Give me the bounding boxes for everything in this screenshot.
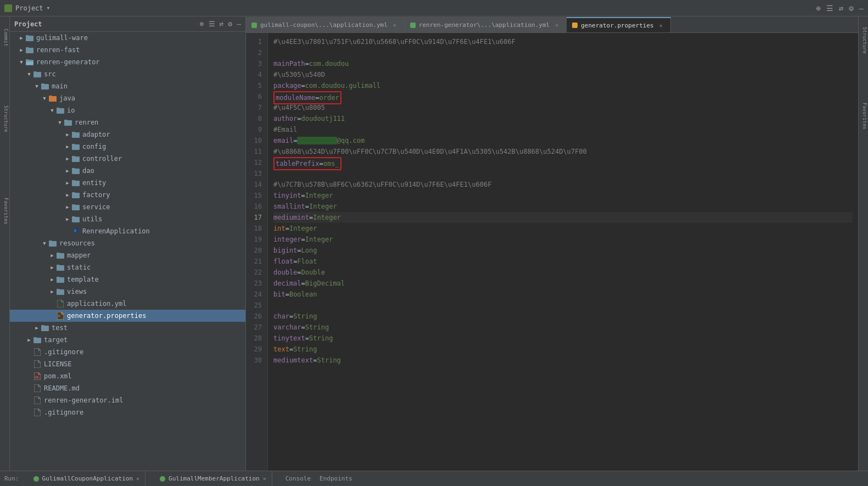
structure-button[interactable]: Structure [1, 102, 9, 135]
tree-arrow-dao[interactable]: ▶ [64, 165, 71, 177]
tree-arrow-RenrenApplication[interactable] [64, 225, 71, 237]
tree-item-factory[interactable]: ▶factory [10, 189, 245, 201]
tree-arrow-generator.properties[interactable] [48, 310, 56, 322]
tree-item-dao[interactable]: ▶dao [10, 165, 245, 177]
toolbar-action-2[interactable]: ☰ [209, 20, 215, 28]
action-gear-icon[interactable]: ⚙ [849, 4, 853, 13]
tree-arrow-README.md[interactable] [25, 382, 33, 394]
run-tab-close-1[interactable]: ✕ [136, 476, 139, 482]
tree-arrow-renren[interactable]: ▼ [56, 116, 64, 129]
tree-arrow-renren-generator.iml[interactable] [25, 394, 33, 406]
tree-arrow-.gitignore2[interactable] [25, 406, 33, 418]
bottom-endpoints[interactable]: Endpoints [320, 475, 352, 482]
tree-item-README.md[interactable]: README.md [10, 382, 245, 394]
tree-arrow-entity[interactable]: ▶ [64, 177, 71, 189]
project-dropdown-icon[interactable]: ▾ [47, 4, 51, 12]
code-area[interactable]: #\u4EE3\u7801\u751F\u6210\u5668\uFF0C\u9… [268, 33, 858, 471]
tree-item-controller[interactable]: ▶controller [10, 153, 245, 165]
tree-arrow-LICENSE[interactable] [25, 358, 33, 370]
action-minimize-icon[interactable]: — [859, 4, 864, 13]
run-tab-member[interactable]: GulimallMemberApplication ✕ [154, 471, 272, 487]
tree-item-test[interactable]: ▶test [10, 322, 245, 334]
tree-arrow-src[interactable]: ▼ [25, 68, 33, 80]
right-structure-button[interactable]: Structure [860, 21, 867, 59]
tree-item-static[interactable]: ▶static [10, 261, 245, 273]
tab-close-2[interactable]: ✕ [553, 21, 561, 29]
tree-item-io[interactable]: ▼io [10, 104, 245, 116]
tree-item-LICENSE[interactable]: LICENSE [10, 358, 245, 370]
tree-arrow-controller[interactable]: ▶ [64, 153, 71, 165]
tree-arrow-config[interactable]: ▶ [64, 141, 71, 153]
tree-arrow-static[interactable]: ▶ [48, 261, 56, 273]
tree-arrow-factory[interactable]: ▶ [64, 189, 71, 201]
tree-arrow-views[interactable]: ▶ [48, 286, 56, 298]
tree-item-config[interactable]: ▶config [10, 141, 245, 153]
toolbar-action-4[interactable]: ⚙ [228, 20, 232, 28]
tab-generator-properties[interactable]: generator.properties ✕ [567, 17, 670, 32]
tree-item-template[interactable]: ▶template [10, 273, 245, 286]
tree-arrow-target[interactable]: ▶ [25, 334, 33, 346]
tree-item-main[interactable]: ▼main [10, 80, 245, 92]
line-numbers: 1234567891011121314151617181920212223242… [246, 33, 268, 471]
tree-item-renren-fast[interactable]: ▶renren-fast [10, 44, 245, 56]
tab-application-yml-coupon[interactable]: gulimall-coupon\...\application.yml ✕ [246, 17, 405, 32]
tree-item-src[interactable]: ▼src [10, 68, 245, 80]
favorites-button[interactable]: Favorites [1, 194, 9, 227]
toolbar-action-1[interactable]: ⊕ [200, 20, 204, 28]
tree-item-application.yml[interactable]: application.yml [10, 298, 245, 310]
tree-item-renren[interactable]: ▼renren [10, 116, 245, 129]
toolbar-action-3[interactable]: ⇄ [220, 20, 224, 28]
tab-application-yml-renren[interactable]: renren-generator\...\application.yml ✕ [405, 17, 567, 32]
tree-arrow-adaptor[interactable]: ▶ [64, 129, 71, 141]
commit-button[interactable]: Commit [1, 21, 9, 54]
tree-arrow-gulimall-ware[interactable]: ▶ [18, 32, 25, 44]
tree-arrow-service[interactable]: ▶ [64, 201, 71, 213]
tree-arrow-mapper[interactable]: ▶ [48, 249, 56, 261]
run-tab-coupon[interactable]: GulimallCouponApplication ✕ [28, 471, 146, 487]
tree-item-entity[interactable]: ▶entity [10, 177, 245, 189]
tree-item-gulimall-ware[interactable]: ▶gulimall-ware [10, 32, 245, 44]
tree-arrow-utils[interactable]: ▶ [64, 213, 71, 225]
tree-item-service[interactable]: ▶service [10, 201, 245, 213]
line-number-4: 4 [246, 69, 265, 80]
tree-item-.gitignore2[interactable]: .gitignore [10, 406, 245, 418]
tree-item-utils[interactable]: ▶utils [10, 213, 245, 225]
tree-arrow-test[interactable]: ▶ [33, 322, 41, 334]
action-globe-icon[interactable]: ⊕ [816, 4, 820, 13]
action-swap-icon[interactable]: ⇄ [839, 4, 843, 13]
tree-arrow-.gitignore[interactable] [25, 346, 33, 358]
tree-item-resources[interactable]: ▼resources [10, 237, 245, 249]
line-number-13: 13 [246, 168, 265, 179]
tab-close-3[interactable]: ✕ [657, 21, 665, 29]
bottom-console[interactable]: Console [285, 475, 311, 482]
right-favorites-button[interactable]: Favorites [860, 97, 867, 135]
tree-item-pom.xml[interactable]: XMLpom.xml [10, 370, 245, 382]
tab-close-1[interactable]: ✕ [391, 21, 399, 29]
tree-item-views[interactable]: ▶views [10, 286, 245, 298]
run-tab-close-2[interactable]: ✕ [263, 476, 266, 482]
tree-item-adaptor[interactable]: ▶adaptor [10, 129, 245, 141]
tree-icon-resources [48, 239, 57, 248]
tree-label-target: target [44, 336, 68, 344]
tree-arrow-application.yml[interactable] [48, 298, 56, 310]
tree-arrow-main[interactable]: ▼ [33, 80, 41, 92]
project-label[interactable]: Project [15, 4, 43, 12]
tree-arrow-template[interactable]: ▶ [48, 273, 56, 286]
tree-item-renren-generator[interactable]: ▼renren-generator [10, 56, 245, 68]
tree-arrow-pom.xml[interactable] [25, 370, 33, 382]
tree-item-.gitignore[interactable]: .gitignore [10, 346, 245, 358]
tree-item-mapper[interactable]: ▶mapper [10, 249, 245, 261]
tree-item-RenrenApplication[interactable]: RRenrenApplication [10, 225, 245, 237]
tree-arrow-java[interactable]: ▼ [41, 92, 48, 104]
tree-arrow-renren-fast[interactable]: ▶ [18, 44, 25, 56]
tree-item-renren-generator.iml[interactable]: renren-generator.iml [10, 394, 245, 406]
tree-item-target[interactable]: ▶target [10, 334, 245, 346]
toolbar-action-5[interactable]: — [237, 20, 241, 28]
tree-arrow-resources[interactable]: ▼ [41, 237, 48, 249]
tree-item-generator.properties[interactable]: Pgenerator.properties [10, 310, 245, 322]
tree-item-java[interactable]: ▼java [10, 92, 245, 104]
code-line-27: varchar=String [273, 322, 853, 333]
action-list-icon[interactable]: ☰ [826, 4, 833, 13]
tree-arrow-io[interactable]: ▼ [48, 104, 56, 116]
tree-arrow-renren-generator[interactable]: ▼ [18, 56, 25, 68]
